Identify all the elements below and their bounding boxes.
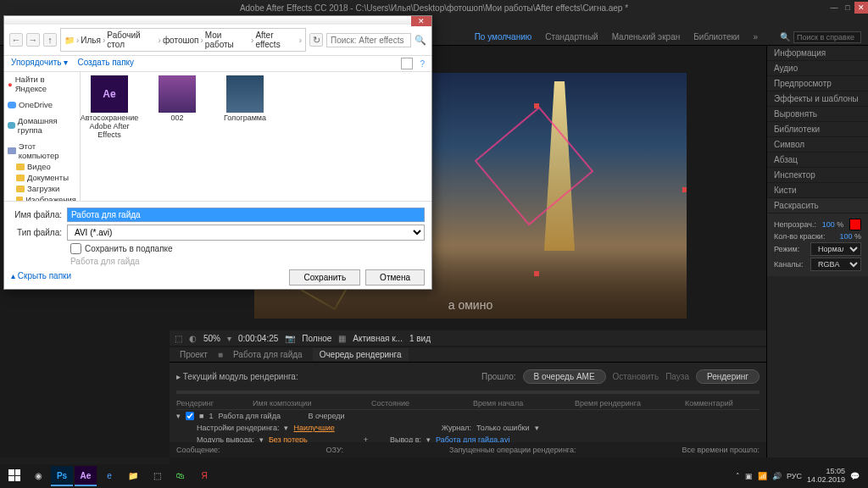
flow-label: Кол-во краски:: [774, 232, 825, 241]
viewer-options-icon[interactable]: ⬚: [175, 334, 182, 343]
search-icon: 🔍: [415, 35, 426, 46]
sidebar-documents[interactable]: Документы: [4, 172, 80, 183]
task-yandex[interactable]: Я: [193, 466, 215, 486]
nav-forward-button[interactable]: →: [26, 33, 40, 47]
nav-back-button[interactable]: ←: [9, 33, 23, 47]
help-icon[interactable]: ?: [420, 59, 425, 69]
panel-brushes[interactable]: Кисти: [767, 183, 868, 198]
sidebar-downloads[interactable]: Загрузки: [4, 183, 80, 194]
render-settings-link[interactable]: Наилучшие: [293, 424, 334, 432]
tab-render-queue[interactable]: Очередь рендеринга: [313, 348, 409, 361]
track-marker[interactable]: [534, 103, 539, 108]
expand-icon[interactable]: ▾: [284, 424, 288, 432]
viewer-mask-icon[interactable]: ◐: [189, 334, 197, 343]
workspace-libraries[interactable]: Библиотеки: [693, 32, 739, 42]
color-swatch[interactable]: [849, 219, 861, 230]
resolution-dropdown[interactable]: Полное: [302, 334, 331, 343]
panel-tracker[interactable]: Инспектор: [767, 168, 868, 183]
file-item-002[interactable]: 002: [152, 75, 203, 123]
tray-notifications-icon[interactable]: 💬: [850, 472, 860, 480]
render-button[interactable]: Рендеринг: [696, 369, 760, 384]
start-button[interactable]: [3, 466, 25, 486]
tab-project[interactable]: Проект: [173, 348, 214, 361]
current-time[interactable]: 0:00:04:25: [238, 334, 278, 343]
panel-audio[interactable]: Аудио: [767, 61, 868, 76]
panel-preview[interactable]: Предпросмотр: [767, 76, 868, 92]
organize-button[interactable]: Упорядочить ▾: [11, 58, 68, 67]
panel-effects[interactable]: Эффекты и шаблоны: [767, 92, 868, 107]
dialog-close-button[interactable]: ✕: [411, 16, 431, 26]
footer-msg-label: Сообщение:: [176, 446, 220, 454]
maximize-button[interactable]: □: [841, 2, 854, 14]
track-marker[interactable]: [534, 271, 539, 276]
close-button[interactable]: ✕: [854, 2, 868, 14]
save-button[interactable]: Сохранить: [289, 269, 360, 286]
breadcrumb[interactable]: 📁 › Илья› Рабочий стол› фотошоп› Мои раб…: [60, 28, 306, 52]
workspace-more-icon[interactable]: »: [753, 32, 758, 42]
task-aftereffects[interactable]: Ae: [75, 466, 97, 486]
tray-expand-icon[interactable]: ˄: [736, 472, 740, 480]
filetype-dropdown[interactable]: AVI (*.avi): [67, 225, 425, 241]
channels-dropdown[interactable]: RGBA: [810, 258, 861, 271]
current-render-label: ▸ Текущий модуль рендеринга:: [176, 372, 298, 381]
grid-icon[interactable]: ▦: [338, 334, 346, 343]
tray-volume-icon[interactable]: 🔊: [772, 472, 782, 480]
col-started: Время начала: [473, 399, 541, 408]
panel-info[interactable]: Информация: [767, 46, 868, 61]
expand-icon[interactable]: ▾: [176, 412, 181, 420]
sidebar-thispc[interactable]: Этот компьютер: [4, 141, 80, 161]
right-panels: Информация Аудио Предпросмотр Эффекты и …: [766, 46, 868, 458]
workspace-standard[interactable]: Стандартный: [545, 32, 598, 42]
tray-lang[interactable]: РУС: [787, 472, 802, 480]
panel-paragraph[interactable]: Абзац: [767, 152, 868, 168]
panel-character[interactable]: Символ: [767, 137, 868, 152]
file-item-hologram[interactable]: Голограмма: [220, 75, 270, 123]
task-explorer[interactable]: 📁: [122, 466, 144, 486]
workspace-small[interactable]: Маленький экран: [612, 32, 681, 42]
task-app1[interactable]: ⬚: [146, 466, 168, 486]
refresh-button[interactable]: ↻: [309, 33, 323, 47]
footer-queued-label: Запущенные операции рендеринга:: [449, 446, 576, 454]
task-steam[interactable]: ◉: [27, 466, 49, 486]
views-dropdown[interactable]: 1 вид: [409, 334, 431, 343]
task-store[interactable]: 🛍: [170, 466, 192, 486]
sidebar-onedrive[interactable]: OneDrive: [4, 99, 80, 110]
sidebar-pictures[interactable]: Изображения: [4, 194, 80, 201]
sidebar-yandex[interactable]: ●Найти в Яндексе: [4, 74, 80, 94]
minimize-button[interactable]: —: [827, 2, 841, 14]
dropdown-icon[interactable]: ▾: [535, 424, 539, 432]
view-mode-button[interactable]: [401, 58, 413, 69]
snapshot-icon[interactable]: 📷: [285, 334, 295, 343]
tray-network-icon[interactable]: 📶: [758, 472, 767, 480]
tray-clock[interactable]: 15:05 14.02.2019: [807, 468, 845, 485]
task-ie[interactable]: e: [98, 466, 120, 486]
hide-folders-button[interactable]: ▴ Скрыть папки: [11, 269, 71, 282]
panel-align[interactable]: Выровнять: [767, 107, 868, 122]
opacity-value[interactable]: 100: [822, 220, 835, 229]
tray-app-icon[interactable]: ▣: [745, 472, 753, 480]
help-search-input[interactable]: [793, 31, 861, 43]
workspace-default[interactable]: По умолчанию: [475, 32, 532, 42]
panel-paint[interactable]: Раскрасить: [767, 198, 868, 214]
tab-composition[interactable]: Работа для гайда: [226, 348, 309, 361]
zoom-dropdown[interactable]: 50%: [203, 334, 220, 343]
sidebar-homegroup[interactable]: Домашняя группа: [4, 115, 80, 136]
dialog-search-input[interactable]: [326, 33, 411, 47]
subfolder-checkbox[interactable]: [70, 243, 81, 254]
cancel-button[interactable]: Отмена: [365, 269, 425, 286]
active-camera-dropdown[interactable]: Активная к...: [353, 334, 403, 343]
ame-queue-button[interactable]: В очередь AME: [523, 369, 606, 384]
new-folder-button[interactable]: Создать папку: [77, 58, 134, 67]
track-marker[interactable]: [682, 187, 687, 192]
file-item-autosave[interactable]: Ae Автосохранение Adobe After Effects: [84, 75, 135, 140]
flow-value[interactable]: 100: [839, 232, 852, 241]
col-rendertime: Время рендеринга: [575, 399, 651, 408]
log-dropdown[interactable]: Только ошибки: [476, 424, 529, 432]
task-photoshop[interactable]: Ps: [51, 466, 73, 486]
mode-dropdown[interactable]: Нормальная: [810, 242, 861, 256]
nav-up-button[interactable]: ↑: [43, 33, 57, 47]
panel-libraries[interactable]: Библиотеки: [767, 122, 868, 137]
render-item-checkbox[interactable]: [186, 412, 194, 420]
sidebar-videos[interactable]: Видео: [4, 161, 80, 172]
filename-input[interactable]: [67, 208, 425, 222]
